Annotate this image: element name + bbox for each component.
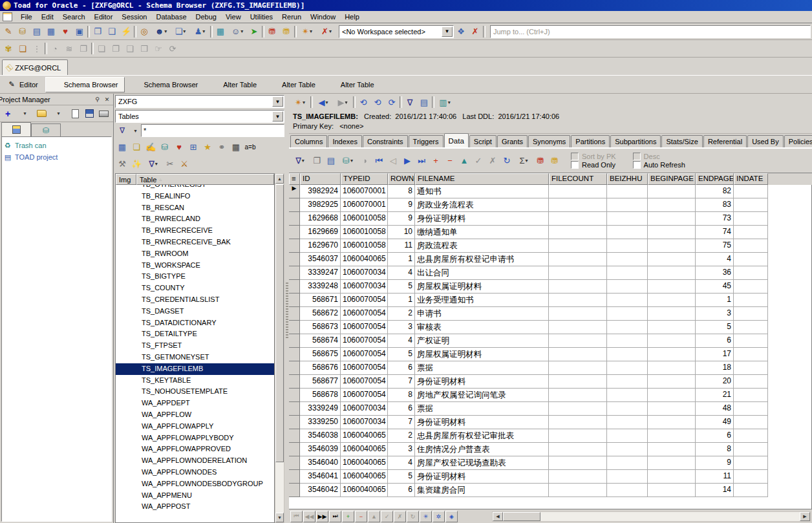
cell-beginpage[interactable] bbox=[648, 348, 696, 361]
cell-endpage[interactable]: 48 bbox=[696, 402, 734, 416]
detail-tab[interactable]: Subpartitions bbox=[610, 135, 661, 147]
cell-indate[interactable] bbox=[734, 348, 768, 361]
chart-icon[interactable]: ▥ bbox=[435, 95, 454, 109]
cell-id[interactable]: 3546037 bbox=[300, 253, 341, 266]
cell-typeid[interactable]: 1060070054 bbox=[341, 389, 388, 402]
cell-beizhhu[interactable] bbox=[607, 198, 648, 212]
cell-indate[interactable] bbox=[734, 212, 768, 226]
copy-grid-icon[interactable]: ❐ bbox=[310, 154, 324, 168]
cell-filecount[interactable] bbox=[549, 484, 607, 497]
cell-indate[interactable] bbox=[734, 280, 768, 294]
insert-record-button[interactable]: + bbox=[342, 511, 354, 522]
menu-item[interactable]: View bbox=[221, 12, 246, 22]
cell-endpage[interactable]: 21 bbox=[696, 389, 734, 402]
recall-icon[interactable]: ◔ bbox=[48, 41, 62, 56]
close-icon[interactable]: ✕ bbox=[102, 95, 112, 104]
cell-beizhhu[interactable] bbox=[607, 361, 648, 375]
row-selector-cell[interactable] bbox=[289, 402, 300, 416]
cell-typeid[interactable]: 1060070001 bbox=[341, 185, 388, 198]
cell-typeid[interactable]: 1060070001 bbox=[341, 198, 388, 212]
refresh-item-icon[interactable]: ⟲ bbox=[370, 95, 385, 109]
cell-rowno[interactable]: 4 bbox=[388, 334, 415, 348]
refresh-grid-icon[interactable]: ↻ bbox=[500, 154, 514, 168]
cell-rowno[interactable]: 1 bbox=[388, 253, 415, 266]
refresh-button[interactable]: ↻ bbox=[407, 511, 419, 522]
tree-item[interactable]: ♻ Trash can bbox=[3, 140, 110, 151]
copy-data-icon[interactable]: ⛁ bbox=[158, 140, 172, 154]
table-list-item[interactable]: TB_RWRECRECEIVE_BAK bbox=[116, 237, 274, 248]
cell-endpage[interactable]: 49 bbox=[696, 416, 734, 429]
cell-filename[interactable]: 房屋权属证明材料 bbox=[415, 280, 549, 294]
system-menu-icon[interactable] bbox=[3, 12, 12, 21]
filter-icon[interactable]: ∇ bbox=[115, 123, 129, 138]
detail-tab[interactable]: Indexes bbox=[328, 135, 362, 147]
cell-filename[interactable]: 集资建房合同 bbox=[415, 484, 549, 497]
cell-rowno[interactable]: 6 bbox=[388, 402, 415, 416]
cell-rowno[interactable]: 5 bbox=[388, 280, 415, 294]
row-selector-cell[interactable] bbox=[289, 280, 300, 294]
cell-id[interactable]: 3546041 bbox=[300, 470, 341, 484]
delete-workspace-icon[interactable]: ✗ bbox=[468, 25, 482, 39]
cell-rowno[interactable]: 7 bbox=[388, 416, 415, 429]
chevron-down-icon[interactable]: ▼ bbox=[272, 96, 283, 107]
checkbox-box[interactable] bbox=[571, 161, 579, 169]
cell-indate[interactable] bbox=[734, 294, 768, 307]
row-selector-cell[interactable] bbox=[289, 266, 300, 280]
cell-indate[interactable] bbox=[734, 266, 768, 280]
post-edit-button[interactable]: ✓ bbox=[381, 511, 393, 522]
cell-filename[interactable]: 住房情况分户普查表 bbox=[415, 443, 549, 456]
menu-item[interactable]: Debug bbox=[191, 12, 221, 22]
column-header[interactable]: ROWNO bbox=[388, 173, 415, 185]
option-checkbox[interactable]: Auto Refresh bbox=[633, 161, 685, 169]
cell-filename[interactable]: 身份证明材料 bbox=[415, 375, 549, 389]
table-row[interactable]: 568671 1060070054 1 业务受理通知书 1 bbox=[289, 294, 811, 307]
menu-item[interactable]: Session bbox=[117, 12, 151, 22]
row-selector-cell[interactable] bbox=[289, 484, 300, 497]
object-type-combo[interactable]: Tables ▼ bbox=[115, 110, 284, 123]
table-row[interactable]: 3339248 1060070034 5 房屋权属证明材料 45 bbox=[289, 280, 811, 294]
cell-beginpage[interactable] bbox=[648, 375, 696, 389]
row-selector-cell[interactable] bbox=[289, 389, 300, 402]
detail-tab[interactable]: Referential bbox=[703, 135, 747, 147]
cell-endpage[interactable]: 6 bbox=[696, 334, 734, 348]
cell-filename[interactable]: 房屋权属证明材料 bbox=[415, 348, 549, 361]
cell-rowno[interactable]: 3 bbox=[388, 321, 415, 334]
forward-icon[interactable]: ▶ bbox=[333, 95, 352, 109]
detail-tab[interactable]: Constraints bbox=[363, 135, 408, 147]
cell-beginpage[interactable] bbox=[648, 226, 696, 239]
table-list-item[interactable]: WA_APPFLOWNODESBODYGROUP bbox=[116, 478, 274, 490]
detail-tab[interactable]: Data bbox=[444, 133, 469, 147]
first-icon[interactable]: ⏮ bbox=[372, 154, 386, 168]
cell-filename[interactable]: 申请书 bbox=[415, 307, 549, 321]
menu-item[interactable]: Database bbox=[151, 12, 191, 22]
cell-typeid[interactable]: 1060070054 bbox=[341, 361, 388, 375]
back-icon[interactable]: ◀ bbox=[314, 95, 333, 109]
cell-typeid[interactable]: 1060070054 bbox=[341, 321, 388, 334]
cell-endpage[interactable]: 6 bbox=[696, 429, 734, 443]
cell-endpage[interactable]: 83 bbox=[696, 198, 734, 212]
table-row[interactable]: 3546040 1060040065 4 房屋产权登记现场查勘表 9 bbox=[289, 456, 811, 470]
cell-beizhhu[interactable] bbox=[607, 429, 648, 443]
cell-filecount[interactable] bbox=[549, 348, 607, 361]
detail-tab[interactable]: Stats/Size bbox=[661, 135, 703, 147]
cell-endpage[interactable]: 20 bbox=[696, 375, 734, 389]
cell-id[interactable]: 568673 bbox=[300, 321, 341, 334]
table-list-item[interactable]: WA_APPFLOWNODES bbox=[116, 467, 274, 478]
cell-typeid[interactable]: 1060070054 bbox=[341, 307, 388, 321]
import-jar-icon[interactable]: ⛃ bbox=[265, 25, 279, 39]
table-row[interactable]: 568678 1060070054 8 房地产权属登记询问笔录 21 bbox=[289, 389, 811, 402]
workspace-combo[interactable]: <No Workspace selected> ▼ bbox=[339, 25, 454, 38]
cell-beizhhu[interactable] bbox=[607, 266, 648, 280]
table-list-item[interactable]: WA_APPFLOWAPPROVED bbox=[116, 443, 274, 455]
cell-beginpage[interactable] bbox=[648, 321, 696, 334]
cell-endpage[interactable]: 3 bbox=[696, 307, 734, 321]
cell-endpage[interactable]: 17 bbox=[696, 348, 734, 361]
row-selector-cell[interactable] bbox=[289, 416, 300, 429]
table-list-item[interactable]: WA_APPFLOWNODERELATION bbox=[116, 455, 274, 467]
open-project-button[interactable] bbox=[34, 107, 48, 121]
cell-typeid[interactable]: 1060070054 bbox=[341, 348, 388, 361]
cell-endpage[interactable]: 9 bbox=[696, 456, 734, 470]
table-list-item[interactable]: WA_APPFLOWAPPLY bbox=[116, 421, 274, 432]
first-record-button[interactable]: ⏮ bbox=[290, 511, 303, 522]
cell-filename[interactable]: 出让合同 bbox=[415, 266, 549, 280]
